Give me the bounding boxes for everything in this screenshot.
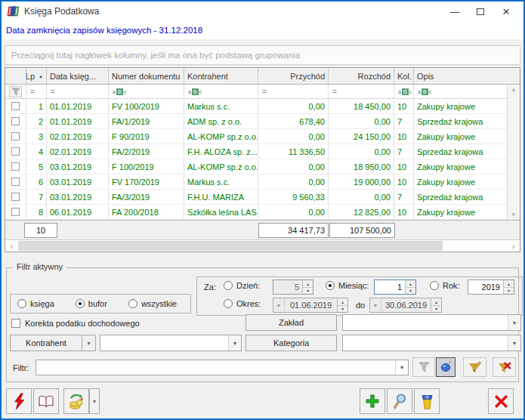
spin-up-icon[interactable]: ▴ — [406, 280, 415, 288]
spin-down-icon[interactable]: ▾ — [504, 288, 514, 295]
radio-okres[interactable]: Okres: — [224, 299, 261, 308]
vertical-scrollbar[interactable]: ˄ ˅ — [507, 85, 520, 220]
radio-miesiac[interactable]: Miesiąc: — [326, 281, 369, 290]
row-checkbox[interactable] — [11, 162, 20, 171]
column-header-lp[interactable]: Lp▲ — [26, 68, 47, 84]
spin-up-icon[interactable]: ▴ — [338, 298, 347, 306]
filtr-input[interactable] — [36, 360, 395, 375]
kategoria-input[interactable] — [343, 335, 508, 351]
pin-filter-button[interactable] — [436, 357, 456, 377]
table-row[interactable]: 503.01.2019F 100/2019AL-KOMP sp.z o.o.0,… — [5, 159, 507, 174]
kontrahent-dropdown-icon[interactable]: ▾ — [228, 335, 241, 351]
dzien-spinner[interactable]: 5 ▴ ▾ — [273, 279, 313, 295]
column-header-kol[interactable]: Kol. — [394, 68, 414, 84]
apply-filter-button[interactable] — [412, 357, 435, 377]
maximize-button[interactable] — [468, 3, 493, 20]
rok-spin-buttons[interactable]: ▴ ▾ — [503, 280, 514, 294]
kontrahent-split-dropdown[interactable]: ▾ — [82, 335, 96, 351]
rok-spinner[interactable]: 2019 ▴ ▾ — [468, 279, 514, 295]
filter-cell-rozch-d[interactable]: = — [329, 85, 394, 98]
filter-cell-przych-d[interactable]: = — [258, 85, 329, 98]
radio-wszystkie[interactable]: wszystkie — [128, 299, 177, 308]
kategoria-button[interactable]: Kategoria — [246, 335, 337, 351]
zaklad-combo[interactable]: ▾ — [342, 314, 521, 331]
row-checkbox[interactable] — [11, 147, 20, 156]
ledger-book-button[interactable] — [33, 388, 59, 414]
row-checkbox[interactable] — [11, 178, 20, 186]
spin-down-icon[interactable]: ▾ — [303, 288, 313, 295]
spin-up-icon[interactable]: ▴ — [504, 280, 514, 288]
renumber-button[interactable] — [63, 388, 89, 414]
table-row[interactable]: 703.01.2019FA/3/2019F.H.U. MARIZA9 560,3… — [5, 190, 507, 205]
korekta-checkbox[interactable]: Korekta podatku dochodowego — [11, 319, 140, 328]
group-by-panel[interactable]: Przeciągnij tutaj nagłówek kolumny, jeśl… — [5, 45, 520, 65]
delete-record-button[interactable] — [414, 388, 440, 414]
filtr-dropdown-icon[interactable]: ▾ — [395, 360, 408, 375]
edit-filter-button[interactable] — [463, 357, 486, 377]
column-header-przych-d[interactable]: Przychód — [258, 68, 329, 84]
zaklad-dropdown-icon[interactable]: ▾ — [508, 315, 520, 330]
scroll-down-button[interactable]: ˅ — [508, 208, 520, 220]
table-row[interactable]: 402.01.2019FA/2/2019F.H. ALOZA sp. z...1… — [5, 144, 507, 159]
filter-cell-numer-dokumentu[interactable]: aBc — [109, 85, 184, 98]
date-to-spin-buttons[interactable]: ▴ ▾ — [431, 298, 441, 312]
spin-up-icon[interactable]: ▴ — [303, 280, 313, 288]
spin-down-icon[interactable]: ▾ — [338, 306, 347, 313]
clear-filter-button[interactable] — [493, 357, 516, 377]
zaklad-input[interactable] — [343, 315, 508, 330]
filter-row-funnel-button[interactable] — [9, 86, 22, 97]
column-header-rozch-d[interactable]: Rozchód — [329, 68, 394, 84]
row-checkbox[interactable] — [11, 193, 20, 201]
spin-down-icon[interactable]: ▾ — [431, 306, 441, 313]
radio-bufor[interactable]: bufor — [76, 299, 107, 308]
date-dropdown-icon[interactable]: ▾ — [273, 298, 285, 312]
dzien-spin-buttons[interactable]: ▴ ▾ — [302, 280, 313, 294]
table-row[interactable]: 101.01.2019FV 100/2019Markus s.c.0,0018 … — [5, 99, 507, 114]
table-row[interactable]: 302.01.2019F 90/2019AL-KOMP sp.z o.o.0,0… — [5, 129, 507, 144]
operations-button[interactable] — [6, 388, 32, 414]
column-header-kontrahent[interactable]: Kontrahent — [184, 68, 258, 84]
kategoria-dropdown-icon[interactable]: ▾ — [508, 335, 520, 351]
filtr-combo[interactable]: ▾ — [36, 360, 409, 375]
miesiac-spin-buttons[interactable]: ▴ ▾ — [405, 280, 415, 294]
column-header-numer-dokumentu[interactable]: Numer dokumentu — [109, 68, 184, 84]
close-window-button[interactable]: ✕ — [493, 3, 519, 20]
row-checkbox[interactable] — [11, 102, 20, 110]
renumber-dropdown-button[interactable]: ▾ — [89, 388, 100, 414]
filter-cell-data-ksi-g[interactable]: = — [47, 85, 109, 98]
radio-dzien[interactable]: Dzień: — [224, 281, 260, 290]
kontrahent-combo[interactable]: ▾ — [100, 335, 242, 351]
spin-up-icon[interactable]: ▴ — [431, 298, 441, 306]
table-row[interactable]: 806.01.2019FA 200/2018Szkółka leśna LAS0… — [5, 205, 507, 220]
horizontal-scroll-track[interactable] — [18, 240, 507, 252]
horizontal-scrollbar[interactable]: ‹ › — [5, 239, 520, 252]
spin-down-icon[interactable]: ▾ — [406, 288, 415, 295]
minimize-button[interactable]: — — [442, 3, 468, 20]
okres-date-to[interactable]: ▾ 30.06.2019 ▴ ▾ — [369, 298, 442, 313]
column-header-data-ksi-g[interactable]: Data księg... — [47, 68, 109, 84]
column-header-opis[interactable]: Opis — [414, 68, 520, 84]
row-checkbox[interactable] — [11, 117, 20, 125]
date-dropdown-icon[interactable]: ▾ — [370, 298, 381, 312]
date-from-spin-buttons[interactable]: ▴ ▾ — [337, 298, 347, 312]
filter-cell-lp[interactable]: = — [26, 85, 47, 98]
row-checkbox[interactable] — [11, 208, 20, 216]
table-row[interactable]: 603.01.2019FV 170/2019Markus s.c.0,0019 … — [5, 174, 507, 190]
view-record-button[interactable] — [387, 388, 412, 414]
radio-ksiega[interactable]: księga — [17, 299, 54, 308]
kontrahent-button[interactable]: Kontrahent — [10, 335, 82, 351]
filter-cell-kontrahent[interactable]: aBc — [184, 85, 258, 98]
row-checkbox[interactable] — [11, 132, 20, 141]
scroll-up-button[interactable]: ˄ — [508, 85, 520, 96]
close-button[interactable] — [488, 388, 514, 414]
kategoria-combo[interactable]: ▾ — [342, 335, 521, 351]
add-record-button[interactable] — [360, 388, 385, 414]
okres-date-from[interactable]: ▾ 01.06.2019 ▴ ▾ — [273, 298, 348, 313]
table-row[interactable]: 201.01.2019FA/1/2019ADM sp. z o.o.678,40… — [5, 114, 507, 129]
horizontal-scroll-thumb[interactable] — [18, 241, 443, 251]
filter-cell-opis[interactable]: aBc — [414, 85, 507, 98]
scroll-right-button[interactable]: › — [507, 240, 520, 252]
scroll-left-button[interactable]: ‹ — [5, 240, 18, 252]
filter-cell-kol[interactable]: aBc — [394, 85, 414, 98]
miesiac-spinner[interactable]: 1 ▴ ▾ — [374, 279, 416, 295]
